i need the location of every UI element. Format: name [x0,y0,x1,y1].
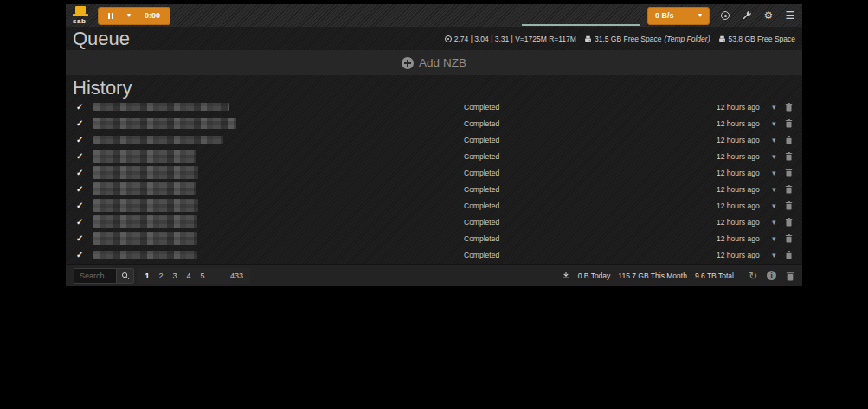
history-row-trash-icon[interactable] [785,168,793,177]
free-space-temp-note: (Temp Folder) [664,35,710,43]
check-icon: ✓ [76,218,88,227]
history-row: ✓ Completed 12 hours ago ▾ [66,230,802,246]
history-row-dropdown-caret-icon[interactable]: ▾ [772,234,776,243]
free-space-complete-value: 53.8 GB Free Space [729,35,796,43]
history-row-trash-icon[interactable] [785,118,793,128]
check-icon: ✓ [76,152,88,161]
history-row-status: Completed [464,136,499,144]
speed-dropdown-caret-icon: ▾ [698,12,702,19]
stat-total: 9.6 TB Total [695,272,734,280]
sabnzbd-logo[interactable]: sab [72,6,90,25]
history-search [74,268,134,284]
check-icon: ✓ [76,185,88,194]
history-row-dropdown-caret-icon[interactable]: ▾ [772,152,776,161]
page-button-1[interactable]: 1 [140,268,154,284]
history-row-trash-icon[interactable] [785,233,793,243]
history-footer: 12345...433 0 B Today 115.7 GB This Mont… [66,264,802,286]
history-row-status: Completed [464,152,499,161]
speed-graph-sparkline [522,13,640,26]
check-icon: ✓ [76,169,88,177]
history-row-dropdown-caret-icon[interactable]: ▾ [772,185,776,194]
history-row-trash-icon[interactable] [785,217,793,227]
history-row-name-redacted [93,103,229,111]
gear-icon[interactable]: ⚙ [762,10,775,22]
history-row-dropdown-caret-icon[interactable]: ▾ [772,218,776,227]
speed-value: 0 B/s [655,11,674,20]
page-button-433[interactable]: 433 [226,268,248,284]
history-row-dropdown-caret-icon[interactable]: ▾ [772,103,776,112]
check-icon: ✓ [76,251,88,259]
history-row-dropdown-caret-icon[interactable]: ▾ [772,119,776,128]
page-button-4[interactable]: 4 [182,268,196,284]
check-icon: ✓ [76,234,88,243]
wrench-icon[interactable] [741,10,753,22]
pause-icon [108,13,113,19]
history-row-age: 12 hours ago [717,103,760,112]
history-row-dropdown-caret-icon[interactable]: ▾ [772,169,776,177]
logo-hat-brim [73,14,88,16]
history-row-name-redacted [93,232,197,245]
history-row-dropdown-caret-icon[interactable]: ▾ [772,136,776,144]
check-icon: ✓ [76,119,88,128]
history-title: History [73,79,132,98]
refresh-icon[interactable]: ↻ [749,271,757,281]
system-stats: 2.74 | 3.04 | 3.31 | V=1725M R=117M 31.5… [445,35,795,43]
search-icon [121,272,130,280]
menu-icon[interactable]: ☰ [784,10,796,22]
status-icon[interactable] [719,10,731,22]
history-row-age: 12 hours ago [717,201,760,210]
history-row-name-redacted [93,215,197,228]
info-icon[interactable]: i [767,271,776,280]
history-row-age: 12 hours ago [717,218,760,227]
footer-action-icons: ↻ i [749,271,794,281]
history-row-trash-icon[interactable] [785,184,793,194]
download-icon [562,271,570,281]
search-button[interactable] [116,268,134,284]
history-row-trash-icon[interactable] [785,201,793,210]
history-row-status: Completed [464,251,499,259]
page-button-5[interactable]: 5 [196,268,209,284]
top-navbar: sab ▾ 0:00 0 B/s ▾ ⚙ ☰ [66,4,802,27]
history-row: ✓ Completed 12 hours ago ▾ [66,214,802,230]
page-button-2[interactable]: 2 [154,268,168,284]
history-row-name-redacted [93,118,236,129]
history-row-trash-icon[interactable] [785,250,793,259]
sabnzbd-page: sab ▾ 0:00 0 B/s ▾ ⚙ ☰ Queue [0,0,868,409]
page-button-3[interactable]: 3 [168,268,182,284]
check-icon: ✓ [76,136,88,144]
history-row-status: Completed [464,201,499,210]
history-row-status: Completed [464,234,499,243]
history-row-status: Completed [464,169,499,177]
history-row-trash-icon[interactable] [785,102,793,112]
search-input[interactable] [74,268,116,284]
history-row-trash-icon[interactable] [785,135,793,144]
history-row: ✓ Completed 12 hours ago ▾ [66,164,802,181]
history-row-name-redacted [93,150,196,163]
history-row-name-redacted [93,166,198,179]
history-row-age: 12 hours ago [717,119,760,128]
history-row-dropdown-caret-icon[interactable]: ▾ [772,201,776,210]
history-row: ✓ Completed 12 hours ago ▾ [66,148,802,164]
speed-limit-button[interactable]: 0 B/s ▾ [647,7,710,25]
stat-today: 0 B Today [578,272,611,280]
history-row: ✓ Completed 12 hours ago ▾ [66,181,802,197]
history-row-age: 12 hours ago [717,169,760,177]
history-row-dropdown-caret-icon[interactable]: ▾ [772,251,776,259]
history-row: ✓ Completed 12 hours ago ▾ [66,197,802,214]
history-row-status: Completed [464,185,499,194]
history-row: ✓ Completed 12 hours ago ▾ [66,131,802,148]
add-nzb-button[interactable]: Add NZB [66,50,802,75]
free-space-temp-value: 31.5 GB Free Space [595,35,662,43]
pause-dropdown-caret-icon[interactable]: ▾ [127,12,131,19]
clear-history-trash-icon[interactable] [786,271,794,281]
history-row-name-redacted [93,182,196,195]
add-nzb-label: Add NZB [419,56,466,69]
free-space-complete-stat: 53.8 GB Free Space [718,35,796,43]
footer-stats: 0 B Today 115.7 GB This Month 9.6 TB Tot… [562,271,794,281]
page-ellipsis: ... [209,268,226,284]
history-row-trash-icon[interactable] [785,151,793,161]
logo-text: sab [73,17,86,25]
pagination: 12345...433 [138,268,250,284]
pause-resume-button[interactable]: ▾ 0:00 [98,7,170,25]
pause-timer: 0:00 [145,11,160,20]
